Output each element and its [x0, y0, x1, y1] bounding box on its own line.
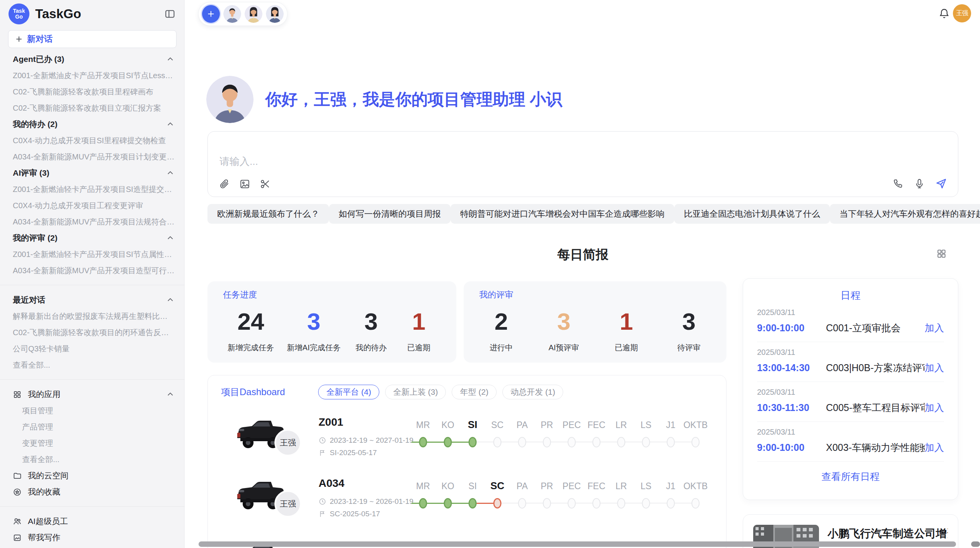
scissors-icon[interactable] — [260, 178, 271, 190]
milestone-dot[interactable] — [642, 498, 650, 509]
app-item[interactable]: 变更管理 — [0, 435, 184, 451]
milestone-dot[interactable] — [568, 498, 576, 509]
project-flag-text: SC-2025-05-17 — [330, 510, 380, 518]
dashboard-filter-pill[interactable]: 年型 (2) — [452, 385, 497, 399]
milestone-dot[interactable] — [692, 498, 700, 509]
dashboard-filter-pill[interactable]: 动总开发 (1) — [502, 385, 564, 399]
sidebar-item[interactable]: C0X4-动力总成开发项目SI里程碑提交物检查 — [0, 132, 184, 149]
view-all-schedule-link[interactable]: 查看所有日程 — [757, 470, 944, 483]
sidebar-item[interactable]: C02-飞腾新能源轻客改款项目立项汇报方案 — [0, 100, 184, 116]
notification-bell-icon[interactable] — [938, 8, 950, 20]
sidebar-header: Task Go TaskGo — [0, 0, 184, 28]
recent-view-all-link[interactable]: 查看全部... — [0, 357, 184, 373]
image-icon[interactable] — [239, 178, 250, 190]
milestone-dot[interactable] — [692, 437, 700, 447]
milestone-dot[interactable] — [543, 437, 551, 447]
item-label: Z001-全新燃油皮卡产品开发项目SI节点Lesson Learn报告 — [13, 70, 175, 81]
milestone-dot[interactable] — [444, 437, 452, 447]
schedule-item[interactable]: 2025/03/119:00-10:00X003-车辆动力学性能验...加入 — [757, 422, 944, 462]
chevron-up-icon[interactable] — [166, 168, 175, 178]
milestone-dot[interactable] — [419, 498, 427, 509]
chevron-up-icon[interactable] — [166, 120, 175, 129]
chevron-up-icon[interactable] — [166, 233, 175, 243]
milestone-dot[interactable] — [667, 437, 675, 447]
app-item[interactable]: 项目管理 — [0, 402, 184, 419]
milestone-dot[interactable] — [444, 498, 452, 509]
sidebar-item-my-apps[interactable]: 我的应用 — [0, 386, 184, 402]
chat-input-card[interactable]: 请输入... — [207, 131, 958, 197]
milestone-dot[interactable] — [593, 498, 601, 509]
member-avatar-2[interactable] — [245, 5, 262, 23]
suggestion-chip[interactable]: 欧洲新规最近颁布了什么？ — [207, 204, 329, 224]
schedule-item[interactable]: 2025/03/1113:00-14:30C003|H0B-方案冻结评审加入 — [757, 342, 944, 382]
recent-chat-item[interactable]: 解释最新出台的欧盟报废车法规再生塑料比例被调至15%... — [0, 308, 184, 324]
phone-icon[interactable] — [893, 178, 904, 189]
member-avatar-1[interactable] — [223, 5, 241, 23]
sidebar-section-header-0[interactable]: Agent已办 (3) — [0, 51, 184, 67]
milestone-dot[interactable] — [593, 437, 601, 447]
schedule-join-link[interactable]: 加入 — [925, 322, 944, 334]
suggestion-chip[interactable]: 当下年轻人对汽车外观有怎样的喜好趋势 — [830, 204, 980, 224]
milestone-dot[interactable] — [617, 437, 625, 447]
milestone-dot[interactable] — [419, 437, 427, 447]
milestone-dot[interactable] — [469, 498, 477, 509]
layout-grid-icon[interactable] — [936, 248, 947, 259]
sidebar-item[interactable]: A034-全新新能源MUV产品开发项目计划变更表编写 — [0, 149, 184, 165]
sidebar-section-recent-chats[interactable]: 最近对话 — [0, 292, 184, 308]
collapse-sidebar-icon[interactable] — [164, 8, 176, 20]
schedule-item[interactable]: 2025/03/119:00-10:00C001-立项审批会加入 — [757, 302, 944, 342]
chevron-up-icon[interactable] — [166, 390, 175, 399]
dashboard-filter-pill[interactable]: 全新平台 (4) — [318, 385, 379, 399]
recent-chat-item[interactable]: 公司Q3轻卡销量 — [0, 341, 184, 357]
milestone-dot[interactable] — [667, 498, 675, 509]
sidebar-section-header-1[interactable]: 我的待办 (2) — [0, 116, 184, 132]
suggestion-chip[interactable]: 特朗普可能对进口汽车增税会对中国车企造成哪些影响 — [451, 204, 674, 224]
schedule-item[interactable]: 2025/03/1110:30-11:30C005-整车工程目标评审加入 — [757, 382, 944, 422]
chevron-up-icon[interactable] — [166, 55, 175, 64]
milestone-dot[interactable] — [568, 437, 576, 447]
sidebar-item-tool-0[interactable]: AI超级员工 — [0, 513, 184, 529]
sidebar-item-tool-2[interactable]: 创意制图 — [0, 546, 184, 548]
suggestion-chip[interactable]: 如何写一份清晰的项目周报 — [329, 204, 451, 224]
mic-icon[interactable] — [914, 178, 925, 189]
app-item[interactable]: 产品管理 — [0, 419, 184, 435]
add-member-button[interactable] — [202, 5, 220, 23]
horizontal-scrollbar-thumb[interactable] — [199, 541, 956, 547]
milestone-dot[interactable] — [543, 498, 551, 509]
sidebar-item-tool-1[interactable]: 帮我写作 — [0, 529, 184, 546]
paperclip-icon[interactable] — [219, 178, 230, 190]
apps-view-all-link[interactable]: 查看全部... — [0, 451, 184, 468]
schedule-join-link[interactable]: 加入 — [925, 401, 944, 414]
milestone-dot[interactable] — [469, 437, 477, 447]
daily-brief-title: 每日简报 — [557, 246, 608, 264]
horizontal-scrollbar-end[interactable] — [971, 541, 980, 547]
member-avatar-3[interactable] — [266, 5, 284, 23]
recent-chat-item[interactable]: C02-飞腾新能源轻客改款项目的闭环通告反馈情况 — [0, 324, 184, 341]
sidebar-item[interactable]: A034-全新新能源MUV产品开发项目造型可行性评审 — [0, 262, 184, 279]
sidebar-section-header-2[interactable]: AI评审 (3) — [0, 165, 184, 181]
item-label: C02-飞腾新能源轻客改款项目的闭环通告反馈情况 — [13, 327, 175, 338]
milestone-dot[interactable] — [518, 498, 526, 509]
sidebar-item[interactable]: A034-全新新能源MUV产品开发项目法规符合性评审 — [0, 214, 184, 230]
sidebar-item-link-0[interactable]: 我的云空间 — [0, 468, 184, 484]
schedule-join-link[interactable]: 加入 — [925, 361, 944, 374]
sidebar-section-header-3[interactable]: 我的评审 (2) — [0, 230, 184, 246]
sidebar-item[interactable]: C02-飞腾新能源轻客改款项目里程碑画布 — [0, 84, 184, 100]
sidebar-item-link-1[interactable]: 我的收藏 — [0, 484, 184, 500]
milestone-dot[interactable] — [642, 437, 650, 447]
chevron-up-icon[interactable] — [166, 295, 175, 305]
new-chat-button[interactable]: 新对话 — [8, 30, 176, 48]
milestone-dot[interactable] — [518, 437, 526, 447]
sidebar-item[interactable]: C0X4-动力总成开发项目工程变更评审 — [0, 197, 184, 214]
sidebar-item[interactable]: Z001-全新燃油皮卡产品开发项目SI节点Lesson Learn报告 — [0, 67, 184, 84]
user-avatar-badge[interactable]: 王强 — [953, 4, 971, 22]
dashboard-filter-pill[interactable]: 全新上装 (3) — [385, 385, 446, 399]
schedule-join-link[interactable]: 加入 — [925, 441, 944, 454]
sidebar-item[interactable]: Z001-全新燃油轻卡产品开发项目SI造型提交物评审 — [0, 181, 184, 197]
milestone-dot[interactable] — [493, 498, 502, 509]
send-icon[interactable] — [935, 178, 947, 190]
milestone-dot[interactable] — [617, 498, 625, 509]
milestone-dot[interactable] — [493, 437, 502, 447]
sidebar-item[interactable]: Z001-全新燃油轻卡产品开发项目SI节点属性5D文件评审 — [0, 246, 184, 262]
suggestion-chip[interactable]: 比亚迪全固态电池计划具体说了什么 — [674, 204, 830, 224]
